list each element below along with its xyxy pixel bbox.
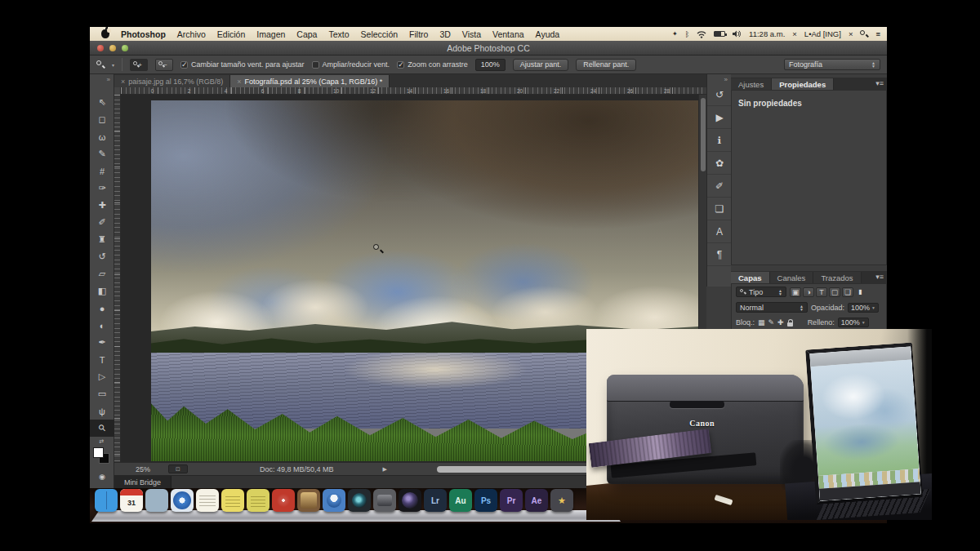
notification-center-icon[interactable]: ≡ <box>875 29 880 38</box>
menu-item[interactable]: Filtro <box>409 29 428 39</box>
layer-filter-icon[interactable]: ◑ <box>803 287 814 297</box>
menu-item[interactable]: Capa <box>296 29 317 39</box>
layer-filter-type-select[interactable]: Tipo ▲▼ <box>736 287 786 297</box>
dock-icon[interactable]: Ae <box>525 489 548 512</box>
dock-icon[interactable] <box>297 489 320 512</box>
tool-button[interactable]: ● <box>90 300 114 317</box>
menu-item[interactable]: Imagen <box>256 29 285 39</box>
dock-icon[interactable] <box>550 489 573 512</box>
tool-button[interactable]: ✐ <box>90 214 114 231</box>
zoom-in-button[interactable]: + <box>130 59 148 71</box>
menu-item[interactable]: Ventana <box>492 29 524 39</box>
apple-menu-icon[interactable] <box>101 29 109 38</box>
menu-item[interactable]: Archivo <box>177 29 206 39</box>
tab-canales[interactable]: Canales <box>770 272 814 283</box>
tab-ajustes[interactable]: Ajustes <box>731 78 772 90</box>
dock-icon[interactable] <box>95 489 118 512</box>
menu-item[interactable]: Selección <box>361 29 399 39</box>
tool-button[interactable]: ♜ <box>90 231 114 248</box>
input-close-right[interactable]: × <box>849 29 853 38</box>
dock-icon[interactable]: Pr <box>500 489 523 512</box>
lock-transparency-icon[interactable]: ▦ <box>758 318 765 327</box>
status-options-button[interactable]: ⊡ <box>168 464 188 473</box>
bluetooth-icon[interactable]: ᛒ <box>685 30 689 38</box>
minimize-window-button[interactable] <box>109 45 116 51</box>
swap-colors-icon[interactable]: ⇄ <box>90 438 114 445</box>
checkbox-box[interactable] <box>397 61 404 69</box>
foreground-color-swatch[interactable] <box>93 447 104 458</box>
fill-field[interactable]: 100%▼ <box>838 318 869 327</box>
layer-filter-icon[interactable]: ▢ <box>829 287 840 297</box>
dock-icon[interactable] <box>247 489 270 512</box>
zoom-100-button[interactable]: 100% <box>475 59 506 71</box>
layer-filter-icon[interactable]: T <box>816 287 827 297</box>
collapsed-panel-icon[interactable]: A <box>707 220 732 243</box>
checkbox-box[interactable] <box>180 61 188 69</box>
fill-screen-button[interactable]: Rellenar pant. <box>576 59 636 71</box>
close-window-button[interactable] <box>97 45 104 51</box>
dock-icon[interactable]: Lr <box>424 489 447 512</box>
checkbox-box[interactable] <box>312 61 319 69</box>
collapsed-panel-icon[interactable]: ✿ <box>707 152 732 175</box>
dock-icon[interactable] <box>221 489 244 512</box>
battery-icon[interactable] <box>714 31 725 37</box>
panel-menu-icon[interactable]: ▾≡ <box>875 79 884 87</box>
tool-button[interactable]: ▱ <box>90 265 114 282</box>
lock-pixels-icon[interactable]: ✎ <box>768 318 775 327</box>
collapsed-panel-icon[interactable]: ↺ <box>707 83 732 106</box>
status-expand-icon[interactable]: ▶ <box>383 466 387 473</box>
tab-trazados[interactable]: Trazados <box>813 272 861 283</box>
collapsed-panel-icon[interactable]: ✐ <box>707 175 732 198</box>
blend-mode-select[interactable]: Normal ▲▼ <box>736 302 808 313</box>
tool-button[interactable]: ▭ <box>90 385 114 402</box>
menu-item[interactable]: Vista <box>462 29 481 39</box>
vertical-scrollbar-thumb[interactable] <box>701 98 706 171</box>
tab-propiedades[interactable]: Propiedades <box>772 78 834 90</box>
tool-button[interactable]: ✚ <box>90 197 114 214</box>
panel-menu-icon[interactable]: ▾≡ <box>875 273 884 281</box>
workspace-switcher[interactable]: Fotografía ▲▼ <box>784 59 880 70</box>
dock-icon[interactable]: 31 <box>120 489 143 512</box>
menu-item[interactable]: Texto <box>328 29 349 39</box>
opacity-field[interactable]: 100%▼ <box>848 303 879 313</box>
checkbox-resize-windows-to-fit[interactable]: Cambiar tamaño vent. para ajustar <box>180 60 305 69</box>
dock-icon[interactable]: Au <box>449 489 472 512</box>
dock-icon[interactable] <box>272 489 295 512</box>
panels-collapse-icon[interactable]: » <box>707 74 731 83</box>
vertical-ruler[interactable]: 02468101214161820 <box>114 95 121 462</box>
layer-filter-icon[interactable]: ▣ <box>790 287 801 297</box>
zoom-tool-icon[interactable] <box>96 60 105 69</box>
dock-icon[interactable] <box>145 489 168 512</box>
close-tab-icon[interactable]: × <box>121 78 125 86</box>
document-tab-paisaje[interactable]: × paisaje.jpg al 16,7% (RGB/8) <box>114 75 230 87</box>
wifi-icon[interactable] <box>697 30 706 38</box>
zoom-window-button[interactable] <box>122 45 128 51</box>
tool-button[interactable]: # <box>90 162 114 180</box>
mini-bridge-tab[interactable]: Mini Bridge <box>114 476 172 489</box>
input-method-label[interactable]: L•Ad [ING] <box>804 29 841 38</box>
horizontal-ruler[interactable]: 0246810121416182022242628 <box>121 87 706 95</box>
menu-clock[interactable]: 11:28 a.m. <box>749 29 785 38</box>
checkbox-scrubby-zoom[interactable]: Zoom con arrastre <box>397 60 468 69</box>
collapsed-panel-icon[interactable]: ▶ <box>707 106 732 129</box>
checkbox-zoom-all-windows[interactable]: Ampliar/reducir vent. <box>312 60 390 69</box>
tools-collapse-icon[interactable]: » <box>90 74 114 83</box>
dock-icon[interactable] <box>171 489 194 512</box>
dock-icon[interactable] <box>323 489 345 512</box>
filter-toggle-icon[interactable]: ▮ <box>858 288 862 295</box>
collapsed-panel-icon[interactable]: ¶ <box>707 243 732 266</box>
tool-button[interactable]: ✎ <box>90 145 114 162</box>
misc-status-icon[interactable]: ✦ <box>672 30 678 38</box>
collapsed-panel-icon[interactable]: ❏ <box>707 198 732 220</box>
tool-button[interactable]: ◐ <box>90 317 114 334</box>
quick-mask-button[interactable]: ◉ <box>90 468 114 485</box>
zoom-level-field[interactable]: 25% <box>136 465 150 473</box>
document-tab-fotografia[interactable]: × Fotografía.psd al 25% (Capa 1, RGB/16)… <box>230 75 390 87</box>
layer-filter-icon[interactable]: ❏ <box>842 287 853 297</box>
lock-all-icon[interactable] <box>787 322 793 327</box>
zoom-out-button[interactable]: − <box>155 59 173 71</box>
tool-button[interactable]: ↺ <box>90 248 114 265</box>
menu-item[interactable]: Edición <box>217 29 245 39</box>
tab-capas[interactable]: Capas <box>731 272 770 283</box>
tool-button[interactable]: T <box>90 351 114 368</box>
